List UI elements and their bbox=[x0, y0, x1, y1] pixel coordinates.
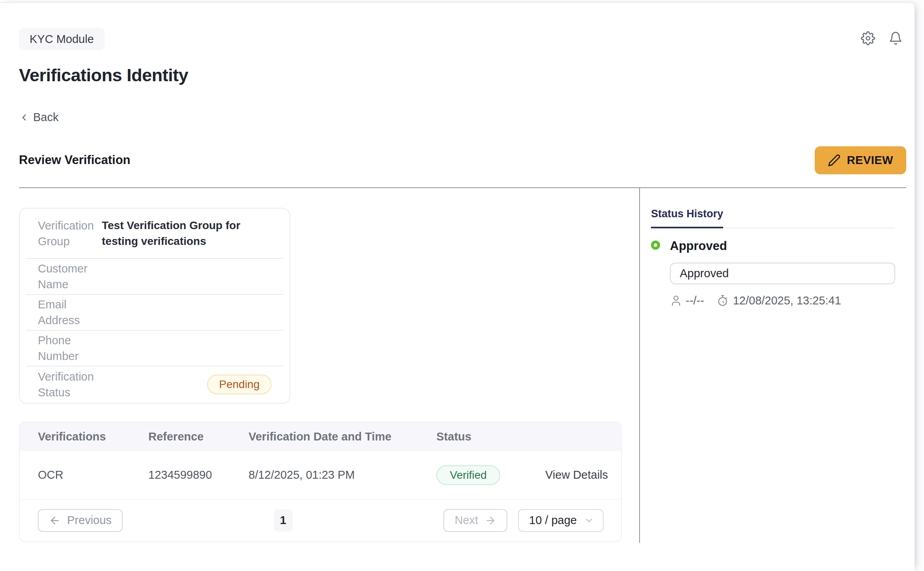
status-history-entry: Approved Approved --/-- 12/08/2025, bbox=[651, 239, 906, 307]
chevron-down-icon bbox=[584, 515, 594, 526]
status-badge-pending: Pending bbox=[207, 375, 271, 394]
module-badge: KYC Module bbox=[19, 28, 105, 50]
field-label: Phone Number bbox=[38, 332, 102, 364]
pagination-right-group: Next 10 / page bbox=[443, 509, 604, 532]
previous-label: Previous bbox=[67, 514, 112, 527]
status-badge-verified: Verified bbox=[436, 465, 500, 485]
user-icon bbox=[670, 295, 682, 307]
entry-timestamp: 12/08/2025, 13:25:41 bbox=[733, 294, 841, 307]
verifications-table: Verifications Reference Verification Dat… bbox=[19, 422, 622, 542]
pencil-icon bbox=[828, 154, 841, 167]
info-row-verification-status: Verification Status Pending bbox=[26, 366, 283, 403]
entry-body: Approved Approved --/-- 12/08/2025, bbox=[670, 239, 895, 307]
info-row-phone-number: Phone Number bbox=[26, 330, 283, 366]
info-row-verification-group: Verification Group Test Verification Gro… bbox=[26, 209, 283, 259]
arrow-left-icon bbox=[49, 515, 61, 526]
top-icon-group bbox=[860, 30, 903, 46]
page-number-1[interactable]: 1 bbox=[274, 509, 293, 532]
entry-user: --/-- bbox=[686, 294, 704, 307]
cell-datetime: 8/12/2025, 01:23 PM bbox=[249, 468, 436, 481]
page-size-value: 10 / page bbox=[529, 514, 577, 527]
gear-icon[interactable] bbox=[860, 30, 876, 46]
timeline-dot-column bbox=[651, 239, 670, 307]
top-bar: KYC Module bbox=[19, 3, 906, 50]
entry-note-field[interactable]: Approved bbox=[670, 263, 895, 284]
table-header-row: Verifications Reference Verification Dat… bbox=[20, 422, 621, 451]
panel-tab-bar: Status History bbox=[651, 208, 895, 228]
field-label: Verification Status bbox=[38, 369, 102, 400]
entry-status-title: Approved bbox=[670, 239, 895, 253]
next-page-button[interactable]: Next bbox=[443, 509, 507, 532]
chevron-left-icon bbox=[19, 112, 29, 123]
review-button-label: REVIEW bbox=[847, 154, 893, 167]
arrow-right-icon bbox=[484, 515, 496, 526]
app-window: KYC Module Verifications Identity Back R… bbox=[0, 2, 915, 571]
field-label: Email Address bbox=[38, 297, 102, 328]
status-dot-icon bbox=[651, 241, 660, 250]
section-header: Review Verification REVIEW bbox=[19, 146, 906, 174]
stopwatch-icon bbox=[716, 295, 729, 307]
table-row: OCR 1234599890 8/12/2025, 01:23 PM Verif… bbox=[20, 451, 621, 500]
back-link[interactable]: Back bbox=[19, 111, 58, 124]
back-label: Back bbox=[33, 111, 58, 124]
column-header: Status bbox=[436, 430, 545, 443]
field-label: Verification Group bbox=[38, 218, 102, 249]
cell-reference: 1234599890 bbox=[148, 468, 249, 481]
field-label: Customer Name bbox=[38, 261, 102, 292]
section-title: Review Verification bbox=[19, 153, 131, 167]
column-header: Verifications bbox=[38, 430, 148, 443]
field-value: Test Verification Group for testing veri… bbox=[102, 218, 271, 249]
entry-meta-row: --/-- 12/08/2025, 13:25:41 bbox=[670, 294, 895, 307]
status-history-panel: Status History Approved Approved --/-- bbox=[640, 188, 906, 543]
review-button[interactable]: REVIEW bbox=[815, 146, 906, 174]
verification-info-card: Verification Group Test Verification Gro… bbox=[19, 208, 290, 404]
view-details-link[interactable]: View Details bbox=[545, 468, 621, 481]
pagination: Previous 1 Next 10 / page bbox=[20, 500, 621, 541]
column-header: Reference bbox=[148, 430, 249, 443]
cell-verification: OCR bbox=[38, 468, 148, 481]
tab-status-history[interactable]: Status History bbox=[651, 208, 723, 228]
content-area: Verification Group Test Verification Gro… bbox=[19, 187, 906, 543]
bell-icon[interactable] bbox=[888, 30, 903, 46]
column-header: Verification Date and Time bbox=[249, 430, 436, 443]
page-size-select[interactable]: 10 / page bbox=[518, 509, 604, 532]
previous-page-button[interactable]: Previous bbox=[38, 509, 123, 532]
info-row-email-address: Email Address bbox=[26, 295, 283, 330]
next-label: Next bbox=[455, 514, 478, 527]
page-title: Verifications Identity bbox=[19, 65, 906, 86]
main-column: Verification Group Test Verification Gro… bbox=[19, 188, 640, 543]
info-row-customer-name: Customer Name bbox=[26, 259, 283, 295]
cell-status: Verified bbox=[436, 465, 545, 485]
